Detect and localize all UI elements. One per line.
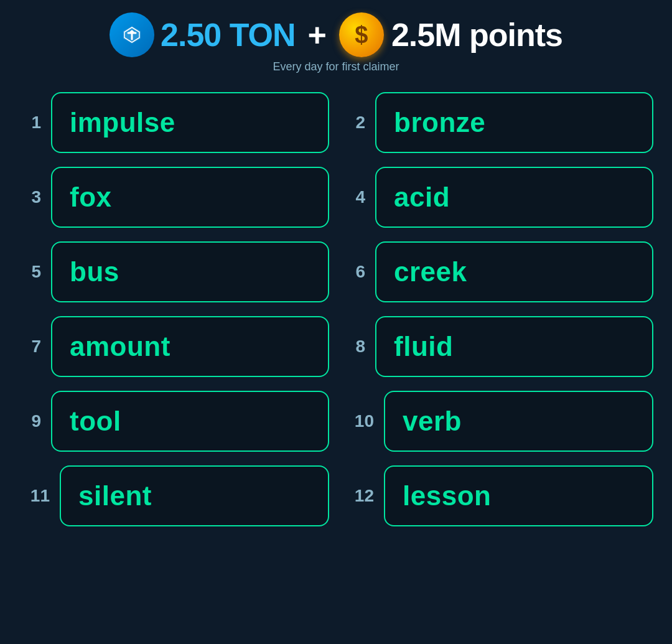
- item-number-3: 3: [19, 187, 41, 207]
- word-box-3[interactable]: fox: [51, 167, 329, 228]
- word-item-4[interactable]: 4acid: [343, 167, 653, 228]
- word-box-6[interactable]: creek: [375, 241, 653, 302]
- word-item-11[interactable]: 11silent: [19, 465, 329, 526]
- word-box-7[interactable]: amount: [51, 316, 329, 377]
- word-item-7[interactable]: 7amount: [19, 316, 329, 377]
- word-text-3: fox: [70, 182, 112, 213]
- word-box-4[interactable]: acid: [375, 167, 653, 228]
- word-text-10: verb: [403, 406, 462, 437]
- word-item-2[interactable]: 2bronze: [343, 92, 653, 153]
- word-text-2: bronze: [394, 107, 485, 138]
- coin-icon: $: [339, 12, 384, 57]
- item-number-8: 8: [343, 337, 365, 357]
- word-box-11[interactable]: silent: [60, 465, 329, 526]
- word-grid: 1impulse2bronze3fox4acid5bus6creek7amoun…: [19, 92, 653, 526]
- header: 2.50 TON + $ 2.5M points: [110, 12, 562, 57]
- word-box-12[interactable]: lesson: [384, 465, 653, 526]
- item-number-6: 6: [343, 262, 365, 282]
- word-item-10[interactable]: 10verb: [343, 391, 653, 452]
- word-box-5[interactable]: bus: [51, 241, 329, 302]
- word-item-6[interactable]: 6creek: [343, 241, 653, 302]
- word-box-1[interactable]: impulse: [51, 92, 329, 153]
- word-text-4: acid: [394, 182, 450, 213]
- coin-symbol: $: [355, 22, 368, 49]
- item-number-1: 1: [19, 113, 41, 133]
- word-item-1[interactable]: 1impulse: [19, 92, 329, 153]
- ton-section: 2.50 TON: [110, 12, 295, 57]
- word-box-8[interactable]: fluid: [375, 316, 653, 377]
- item-number-9: 9: [19, 411, 41, 431]
- word-text-5: bus: [70, 256, 119, 287]
- plus-sign: +: [308, 16, 327, 54]
- word-text-12: lesson: [403, 480, 491, 511]
- word-text-9: tool: [70, 406, 121, 437]
- word-text-6: creek: [394, 256, 467, 287]
- item-number-12: 12: [343, 486, 374, 506]
- item-number-5: 5: [19, 262, 41, 282]
- word-box-9[interactable]: tool: [51, 391, 329, 452]
- item-number-4: 4: [343, 187, 365, 207]
- ton-amount: 2.50 TON: [161, 16, 295, 54]
- word-item-3[interactable]: 3fox: [19, 167, 329, 228]
- word-text-1: impulse: [70, 107, 175, 138]
- word-item-5[interactable]: 5bus: [19, 241, 329, 302]
- word-box-2[interactable]: bronze: [375, 92, 653, 153]
- points-amount: 2.5M points: [391, 16, 562, 54]
- item-number-11: 11: [19, 486, 50, 506]
- word-text-8: fluid: [394, 331, 453, 362]
- subtitle: Every day for first claimer: [19, 60, 653, 73]
- item-number-7: 7: [19, 337, 41, 357]
- item-number-10: 10: [343, 411, 374, 431]
- item-number-2: 2: [343, 113, 365, 133]
- word-text-11: silent: [78, 480, 152, 511]
- word-item-12[interactable]: 12lesson: [343, 465, 653, 526]
- word-item-9[interactable]: 9tool: [19, 391, 329, 452]
- word-box-10[interactable]: verb: [384, 391, 653, 452]
- word-text-7: amount: [70, 331, 170, 362]
- ton-icon: [110, 12, 154, 57]
- word-item-8[interactable]: 8fluid: [343, 316, 653, 377]
